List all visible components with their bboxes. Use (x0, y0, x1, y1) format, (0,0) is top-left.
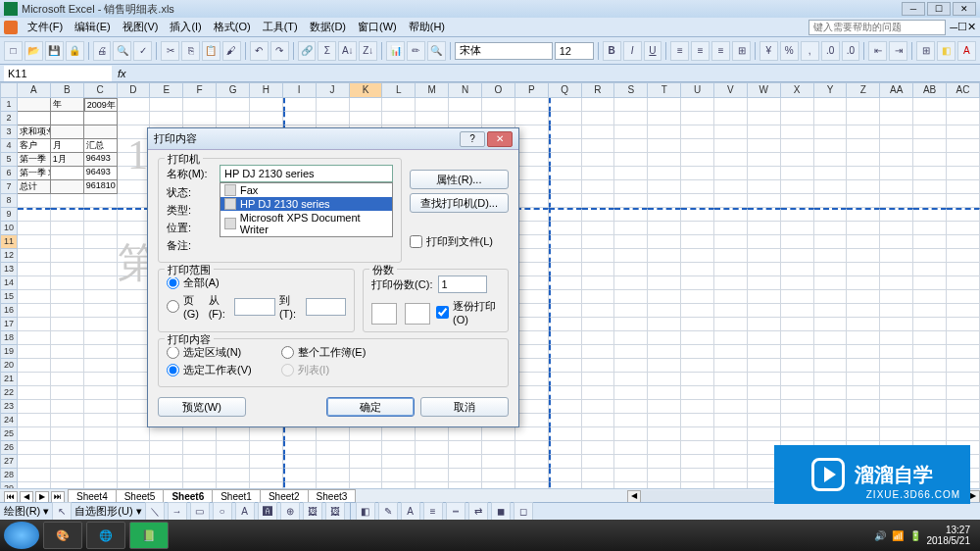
cell[interactable] (614, 455, 648, 469)
cell[interactable] (317, 469, 350, 482)
cell[interactable] (814, 208, 848, 222)
cell[interactable] (947, 153, 980, 167)
cell[interactable] (382, 455, 416, 469)
col-header-Y[interactable]: Y (814, 82, 848, 98)
cell[interactable] (947, 180, 980, 194)
tab-nav-prev[interactable]: ◀ (20, 491, 33, 503)
cell[interactable] (648, 263, 681, 276)
cell[interactable] (549, 263, 582, 276)
cell[interactable] (614, 180, 648, 194)
cell[interactable] (515, 125, 549, 139)
cell[interactable] (947, 208, 980, 222)
percent-icon[interactable]: % (780, 41, 799, 61)
cell[interactable] (18, 304, 51, 318)
row-header[interactable]: 12 (0, 249, 18, 263)
cell[interactable] (648, 427, 681, 441)
cell[interactable] (449, 112, 482, 125)
cell[interactable] (515, 139, 549, 153)
cell[interactable] (748, 263, 781, 276)
cell[interactable] (681, 208, 714, 222)
cell[interactable] (549, 414, 582, 427)
cell[interactable] (913, 139, 947, 153)
cell[interactable] (714, 276, 748, 290)
cell[interactable] (150, 441, 183, 455)
cell[interactable] (847, 373, 880, 386)
tab-nav-next[interactable]: ▶ (35, 491, 49, 503)
cell[interactable] (847, 249, 880, 263)
cell[interactable] (614, 98, 648, 112)
cell[interactable] (549, 318, 582, 331)
cell[interactable] (18, 276, 51, 290)
cell[interactable] (714, 331, 748, 345)
cell[interactable] (947, 331, 980, 345)
ok-button[interactable]: 确定 (326, 397, 415, 417)
cell[interactable] (748, 167, 781, 180)
cell[interactable] (614, 359, 648, 373)
bold-icon[interactable]: B (603, 41, 621, 61)
cell[interactable] (183, 469, 217, 482)
cell[interactable] (681, 318, 714, 331)
cell[interactable] (183, 112, 217, 125)
cell[interactable] (118, 180, 151, 194)
cell[interactable] (748, 98, 781, 112)
cell[interactable] (814, 414, 848, 427)
cell[interactable] (648, 153, 681, 167)
cell[interactable] (781, 167, 814, 180)
cell[interactable] (748, 427, 781, 441)
cell[interactable] (913, 153, 947, 167)
cell[interactable] (515, 153, 549, 167)
cell[interactable] (84, 414, 118, 427)
cell[interactable] (880, 318, 913, 331)
cell[interactable] (714, 304, 748, 318)
col-header-H[interactable]: H (250, 82, 283, 98)
cell[interactable] (947, 167, 980, 180)
row-header[interactable]: 2 (0, 112, 18, 125)
line-icon[interactable]: ＼ (145, 502, 165, 522)
cell[interactable] (118, 249, 151, 263)
col-header-AC[interactable]: AC (947, 82, 980, 98)
cell[interactable] (847, 331, 880, 345)
cell[interactable] (648, 373, 681, 386)
cell[interactable] (515, 208, 549, 222)
menu-file[interactable]: 文件(F) (22, 18, 69, 36)
cell[interactable] (549, 441, 582, 455)
cell[interactable] (18, 414, 51, 427)
font-name-select[interactable] (455, 42, 553, 60)
cell[interactable] (482, 469, 515, 482)
cell[interactable] (250, 98, 283, 112)
permission-icon[interactable]: 🔒 (66, 41, 84, 61)
cell[interactable] (515, 167, 549, 180)
cell[interactable] (482, 98, 515, 112)
cell[interactable] (913, 400, 947, 414)
cell[interactable] (118, 304, 151, 318)
cell[interactable] (781, 276, 814, 290)
cell[interactable] (681, 139, 714, 153)
cell[interactable] (681, 304, 714, 318)
cell[interactable] (283, 112, 317, 125)
cell[interactable] (913, 208, 947, 222)
cell[interactable] (681, 469, 714, 482)
cell[interactable] (51, 304, 84, 318)
print-icon[interactable]: 🖨 (93, 41, 112, 61)
cell[interactable] (781, 386, 814, 400)
cell[interactable] (582, 112, 615, 125)
cell[interactable] (880, 153, 913, 167)
cell[interactable] (118, 400, 151, 414)
cell[interactable] (847, 290, 880, 304)
cell[interactable] (150, 112, 183, 125)
cell[interactable] (714, 290, 748, 304)
cell[interactable] (880, 98, 913, 112)
cell[interactable] (814, 318, 848, 331)
row-header[interactable]: 24 (0, 414, 18, 427)
cell[interactable] (947, 249, 980, 263)
cell[interactable] (648, 112, 681, 125)
col-header-Q[interactable]: Q (549, 82, 582, 98)
cell[interactable] (150, 455, 183, 469)
cell[interactable]: 96493 (84, 153, 118, 167)
cell[interactable] (217, 427, 250, 441)
cell[interactable] (781, 139, 814, 153)
cell[interactable] (913, 112, 947, 125)
cell[interactable] (416, 455, 449, 469)
cell[interactable]: 月 (51, 139, 84, 153)
cell[interactable] (18, 386, 51, 400)
